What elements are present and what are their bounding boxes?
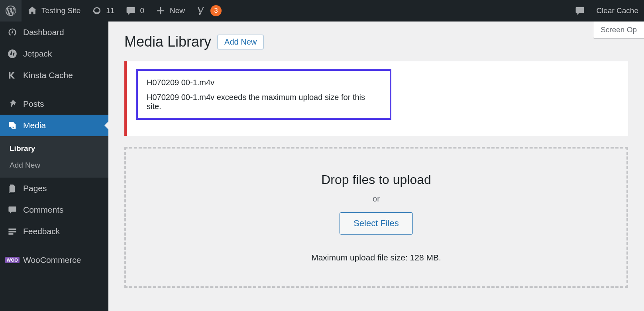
upload-dropzone[interactable]: Drop files to upload or Select Files Max…	[124, 147, 628, 288]
error-message: H070209 00-1.m4v exceeds the maximum upl…	[147, 93, 381, 111]
sidebar-separator	[0, 86, 108, 93]
sidebar-item-label: Kinsta Cache	[23, 70, 73, 80]
main-content: Screen Op Media Library Add New H070209 …	[108, 22, 644, 311]
yoast-icon	[196, 6, 206, 16]
yoast-badge: 3	[210, 5, 222, 16]
sidebar-item-jetpack[interactable]: Jetpack	[0, 43, 108, 65]
sidebar-item-label: Feedback	[23, 227, 60, 236]
dashboard-icon	[7, 27, 18, 37]
media-submenu: Library Add New	[0, 136, 108, 178]
notifications-icon	[575, 6, 585, 16]
updates-link[interactable]: 11	[86, 0, 120, 22]
site-name-link[interactable]: Testing Site	[22, 0, 86, 22]
adminbar-left: Testing Site 11 0 New 3	[0, 0, 227, 22]
sidebar-item-label: Comments	[23, 205, 64, 215]
dropzone-title: Drop files to upload	[126, 172, 626, 187]
upload-error-highlight: H070209 00-1.m4v H070209 00-1.m4v exceed…	[136, 69, 391, 120]
updates-count: 11	[106, 6, 114, 15]
wordpress-logo-icon	[6, 6, 16, 16]
admin-toolbar: Testing Site 11 0 New 3	[0, 0, 644, 22]
upload-error-notice: H070209 00-1.m4v H070209 00-1.m4v exceed…	[124, 61, 628, 136]
select-files-button[interactable]: Select Files	[340, 212, 413, 235]
yoast-link[interactable]: 3	[190, 0, 227, 22]
page-heading: Media Library Add New	[124, 33, 628, 50]
dropzone-hint: Maximum upload file size: 128 MB.	[126, 253, 626, 262]
pages-icon	[7, 183, 18, 194]
new-content-link[interactable]: New	[150, 0, 190, 22]
site-name-label: Testing Site	[41, 6, 80, 15]
svg-point-0	[8, 49, 17, 58]
sidebar-item-label: Media	[23, 121, 46, 130]
sidebar-item-label: Dashboard	[23, 27, 64, 37]
error-filename: H070209 00-1.m4v	[147, 78, 381, 87]
sidebar-item-label: WooCommerce	[23, 255, 81, 265]
jetpack-icon	[7, 49, 18, 59]
comment-icon	[126, 6, 136, 16]
wp-logo-menu[interactable]	[0, 0, 22, 22]
sidebar-item-posts[interactable]: Posts	[0, 93, 108, 115]
feedback-icon	[7, 226, 18, 237]
home-icon	[27, 6, 37, 16]
media-icon	[7, 120, 18, 131]
sidebar-item-media[interactable]: Media	[0, 115, 108, 136]
notifications-link[interactable]	[569, 0, 591, 22]
sidebar-item-woocommerce[interactable]: WOO WooCommerce	[0, 249, 108, 271]
adminbar-right: Clear Cache	[569, 0, 644, 22]
clear-cache-label: Clear Cache	[596, 6, 638, 15]
sidebar-item-label: Posts	[23, 99, 44, 109]
update-icon	[92, 6, 102, 16]
plus-icon	[155, 6, 166, 16]
sidebar-item-pages[interactable]: Pages	[0, 178, 108, 199]
screen-options-tab[interactable]: Screen Op	[593, 22, 644, 39]
admin-sidebar: Dashboard Jetpack Kinsta Cache Posts Med…	[0, 22, 108, 311]
dropzone-or: or	[126, 194, 626, 203]
sidebar-item-dashboard[interactable]: Dashboard	[0, 22, 108, 43]
woocommerce-icon: WOO	[7, 255, 18, 265]
clear-cache-link[interactable]: Clear Cache	[591, 0, 644, 22]
sidebar-item-kinsta[interactable]: Kinsta Cache	[0, 65, 108, 86]
sidebar-separator	[0, 242, 108, 249]
sidebar-item-label: Jetpack	[23, 49, 52, 59]
kinsta-icon	[7, 70, 18, 80]
comments-count: 0	[140, 6, 144, 15]
submenu-add-new[interactable]: Add New	[0, 157, 108, 174]
sidebar-item-comments[interactable]: Comments	[0, 199, 108, 221]
new-label: New	[170, 6, 185, 15]
comments-icon	[7, 205, 18, 215]
page-title: Media Library	[124, 33, 211, 50]
add-new-button[interactable]: Add New	[218, 35, 263, 49]
submenu-library[interactable]: Library	[0, 140, 108, 157]
sidebar-item-label: Pages	[23, 184, 47, 193]
comments-link[interactable]: 0	[120, 0, 150, 22]
pin-icon	[7, 99, 18, 109]
sidebar-item-feedback[interactable]: Feedback	[0, 221, 108, 242]
